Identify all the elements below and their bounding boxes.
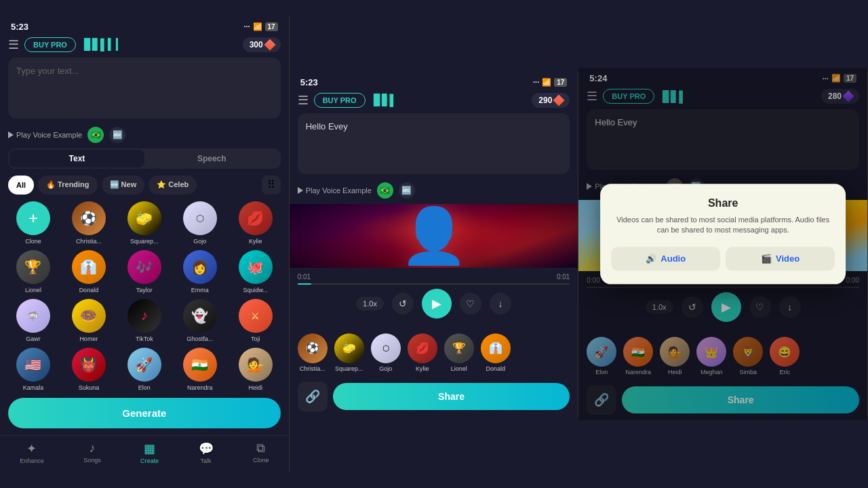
voice-item-narendra[interactable]: 🇮🇳 Narendra — [175, 348, 225, 391]
generate-button[interactable]: Generate — [8, 398, 281, 428]
voice-item-tiktok[interactable]: ♪ TikTok — [119, 299, 170, 342]
squidward-avatar: 🐙 — [239, 250, 273, 284]
voice-scroll-row-2: ⚽ Christia... 🧽 Squarep... ⬡ Gojo 💋 Kyli… — [290, 329, 578, 376]
voice-item-elon[interactable]: 🚀 Elon — [119, 348, 170, 391]
content-area-2: 👤 0:01 0:01 1.0x ↺ ▶ ♡ ↓ ⚽ Chri — [290, 204, 578, 417]
scroll-voice-gj[interactable]: ⬡ Gojo — [371, 333, 401, 372]
filter-new[interactable]: 🆕 New — [102, 176, 145, 195]
voice-item-heidi[interactable]: 💁 Heidi — [231, 348, 281, 391]
voice-item-emma[interactable]: 👩 Emma — [175, 250, 225, 293]
scroll-name-ky: Kylie — [416, 365, 429, 372]
tab-speech[interactable]: Speech — [144, 150, 279, 167]
tiktok-label: TikTok — [136, 336, 153, 342]
gojo-avatar: ⬡ — [183, 201, 217, 235]
voice-item-cristiano[interactable]: ⚽ Christia... — [64, 201, 114, 245]
voice-item-clone[interactable]: + Clone — [8, 201, 58, 245]
like-button-2[interactable]: ♡ — [460, 293, 481, 314]
share-modal-buttons: 🔊 Audio 🎬 Video — [611, 247, 835, 270]
voice-item-toji[interactable]: ⚔ Toji — [231, 299, 281, 342]
translate-button-1[interactable]: 🔤 — [109, 127, 125, 143]
replay-button-2[interactable]: ↺ — [392, 293, 414, 314]
screen-2: 5:23 ··· 📶 17 ☰ BUY PRO ▊▋▌ 290 Hello Ev… — [290, 72, 579, 417]
modal-audio-button[interactable]: 🔊 Audio — [611, 247, 720, 270]
filter-trending[interactable]: 🔥 Trending — [38, 176, 98, 195]
buy-pro-button-1[interactable]: BUY PRO — [24, 37, 76, 52]
taylor-label: Taylor — [136, 287, 153, 293]
play-voice-label-2: Play Voice Example — [306, 186, 372, 195]
share-button-2[interactable]: Share — [333, 383, 570, 410]
voice-item-spongebob[interactable]: 🧽 Squarep... — [119, 201, 170, 245]
play-button-main-2[interactable]: ▶ — [422, 289, 452, 319]
screen-3: 5:24 ··· 📶 17 ☰ BUY PRO ▊▋▌ 280 Hello Ev… — [578, 68, 868, 420]
homer-label: Homer — [79, 336, 98, 342]
nav-clone[interactable]: ⧉ Clone — [253, 441, 269, 464]
translate-button-2[interactable]: 🔤 — [399, 182, 415, 199]
wifi-icon: 📶 — [253, 22, 262, 31]
battery-1: 17 — [265, 22, 278, 31]
nav-enhance[interactable]: ✦ Enhance — [20, 441, 44, 464]
buy-pro-button-2[interactable]: BUY PRO — [314, 93, 366, 108]
speed-button-2[interactable]: 1.0x — [356, 297, 384, 310]
scroll-voice-cr[interactable]: ⚽ Christia... — [298, 333, 328, 372]
flag-button-2[interactable]: 🇧🇷 — [377, 182, 393, 199]
media-preview-2: 👤 — [290, 204, 578, 268]
voice-item-donald[interactable]: 👔 Donald — [64, 250, 114, 293]
voice-grid: + Clone ⚽ Christia... 🧽 Squarep... ⬡ Goj… — [0, 201, 289, 391]
gawr-label: Gawr — [26, 336, 41, 342]
nav-songs[interactable]: ♪ Songs — [83, 441, 101, 464]
flag-button-1[interactable]: 🇧🇷 — [87, 127, 104, 143]
scroll-voice-li[interactable]: 🏆 Lionel — [444, 333, 474, 372]
download-button-2[interactable]: ↓ — [490, 293, 511, 314]
voice-item-gojo[interactable]: ⬡ Gojo — [175, 201, 225, 245]
play-voice-button-1[interactable]: Play Voice Example — [8, 131, 82, 139]
sukuna-label: Sukuna — [79, 384, 100, 391]
voice-item-homer[interactable]: 🍩 Homer — [64, 299, 114, 342]
homer-avatar: 🍩 — [72, 299, 106, 333]
voice-item-ghostface[interactable]: 👻 Ghostfa... — [175, 299, 225, 342]
scroll-avatar-gj: ⬡ — [371, 333, 401, 363]
text-display-2[interactable]: Hello Evey — [298, 113, 570, 174]
voice-item-gawr[interactable]: 🦈 Gawr — [8, 299, 58, 342]
spongebob-label: Squarep... — [130, 238, 159, 245]
talk-label: Talk — [200, 458, 211, 464]
voice-item-sukuna[interactable]: 👹 Sukuna — [64, 348, 114, 391]
voice-item-kamala[interactable]: 🇺🇸 Kamala — [8, 348, 58, 391]
voice-item-taylor[interactable]: 🎶 Taylor — [119, 250, 170, 293]
modal-video-button[interactable]: 🎬 Video — [726, 247, 835, 270]
voice-item-lionel[interactable]: 🏆 Lionel — [8, 250, 58, 293]
cristiano-label: Christia... — [76, 238, 102, 245]
scroll-voice-sp[interactable]: 🧽 Squarep... — [334, 333, 364, 372]
voice-item-squidward[interactable]: 🐙 Squidw... — [231, 250, 281, 293]
filter-celeb[interactable]: ⭐ Celeb — [149, 176, 197, 195]
toji-label: Toji — [251, 336, 260, 342]
play-voice-button-2[interactable]: Play Voice Example — [298, 186, 372, 195]
remix-button-2[interactable]: 🔗 — [298, 382, 328, 411]
status-bar-1: 5:23 ··· 📶 17 — [0, 16, 289, 35]
scroll-voice-dn[interactable]: 👔 Donald — [481, 333, 511, 372]
voice-item-kylie[interactable]: 💋 Kylie — [231, 201, 281, 245]
scroll-voice-ky[interactable]: 💋 Kylie — [408, 333, 437, 372]
player-section-2: 0:01 0:01 1.0x ↺ ▶ ♡ ↓ — [290, 268, 578, 329]
status-right-2: ··· 📶 17 — [533, 78, 567, 87]
nav-talk[interactable]: 💬 Talk — [199, 441, 214, 464]
share-modal-title: Share — [611, 197, 835, 209]
voice-controls-1: Play Voice Example 🇧🇷 🔤 — [0, 124, 289, 148]
share-modal-description: Videos can be shared to most social medi… — [611, 215, 835, 236]
nav-create[interactable]: ▦ Create — [140, 441, 159, 464]
video-label: Video — [776, 253, 800, 264]
elon-avatar: 🚀 — [127, 348, 161, 382]
play-triangle-icon-1 — [8, 131, 14, 138]
scroll-avatar-sp: 🧽 — [334, 333, 364, 363]
menu-icon[interactable]: ☰ — [8, 37, 19, 52]
grid-view-icon[interactable]: ⠿ — [262, 176, 281, 195]
text-input-area[interactable]: Type your text... — [8, 58, 281, 119]
menu-icon-2[interactable]: ☰ — [298, 93, 309, 108]
tab-text[interactable]: Text — [9, 150, 144, 167]
share-section-2: 🔗 Share — [290, 376, 578, 417]
filter-all[interactable]: All — [8, 176, 34, 195]
songs-icon: ♪ — [89, 441, 95, 455]
toji-avatar: ⚔ — [239, 299, 273, 333]
progress-bar-2 — [298, 283, 570, 285]
video-icon: 🎬 — [761, 253, 772, 264]
enhance-icon: ✦ — [26, 441, 37, 456]
